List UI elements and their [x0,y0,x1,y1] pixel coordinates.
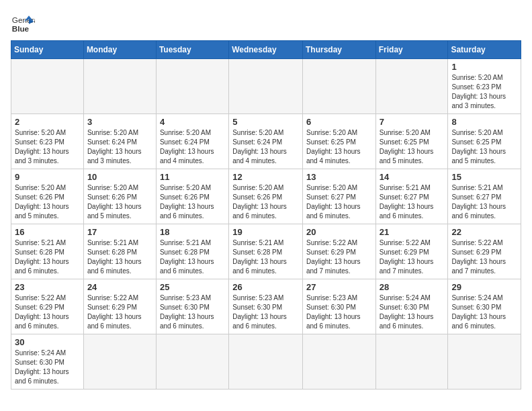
calendar-cell [156,334,228,390]
day-info: Sunrise: 5:20 AM Sunset: 6:26 PM Dayligh… [87,183,152,221]
day-info: Sunrise: 5:21 AM Sunset: 6:28 PM Dayligh… [15,238,80,276]
calendar-cell: 21Sunrise: 5:22 AM Sunset: 6:29 PM Dayli… [375,224,448,279]
calendar-week-2: 2Sunrise: 5:20 AM Sunset: 6:23 PM Daylig… [11,114,521,169]
weekday-header-thursday: Thursday [302,41,375,59]
day-info: Sunrise: 5:20 AM Sunset: 6:26 PM Dayligh… [15,183,80,221]
weekday-header-friday: Friday [375,41,448,59]
calendar-cell: 5Sunrise: 5:20 AM Sunset: 6:24 PM Daylig… [229,114,303,169]
logo: General Blue [11,11,35,35]
day-info: Sunrise: 5:21 AM Sunset: 6:27 PM Dayligh… [451,183,517,221]
calendar-cell: 2Sunrise: 5:20 AM Sunset: 6:23 PM Daylig… [11,114,84,169]
calendar-cell: 26Sunrise: 5:23 AM Sunset: 6:30 PM Dayli… [229,279,303,334]
day-number: 15 [451,172,517,182]
day-info: Sunrise: 5:20 AM Sunset: 6:24 PM Dayligh… [160,128,225,166]
day-number: 7 [380,117,445,127]
day-number: 16 [15,227,80,237]
day-number: 2 [15,117,80,127]
calendar-cell: 23Sunrise: 5:22 AM Sunset: 6:29 PM Dayli… [11,279,84,334]
day-info: Sunrise: 5:23 AM Sunset: 6:30 PM Dayligh… [306,293,372,331]
calendar-cell: 11Sunrise: 5:20 AM Sunset: 6:26 PM Dayli… [156,169,228,224]
day-number: 20 [306,227,372,237]
calendar-cell: 15Sunrise: 5:21 AM Sunset: 6:27 PM Dayli… [448,169,521,224]
day-number: 25 [160,282,225,292]
calendar-cell [83,334,156,390]
calendar-cell: 18Sunrise: 5:21 AM Sunset: 6:28 PM Dayli… [156,224,228,279]
day-number: 3 [87,117,152,127]
calendar-cell: 28Sunrise: 5:24 AM Sunset: 6:30 PM Dayli… [375,279,448,334]
day-number: 27 [306,282,372,292]
weekday-header-monday: Monday [83,41,156,59]
day-info: Sunrise: 5:22 AM Sunset: 6:29 PM Dayligh… [451,238,517,276]
day-info: Sunrise: 5:22 AM Sunset: 6:29 PM Dayligh… [87,293,152,331]
day-number: 10 [87,172,152,182]
day-number: 6 [306,117,372,127]
calendar-cell: 19Sunrise: 5:21 AM Sunset: 6:28 PM Dayli… [229,224,303,279]
calendar-week-3: 9Sunrise: 5:20 AM Sunset: 6:26 PM Daylig… [11,169,521,224]
day-number: 22 [451,227,517,237]
day-number: 17 [87,227,152,237]
calendar-cell [83,59,156,114]
day-info: Sunrise: 5:24 AM Sunset: 6:30 PM Dayligh… [451,293,517,331]
weekday-header-wednesday: Wednesday [229,41,303,59]
calendar-cell: 22Sunrise: 5:22 AM Sunset: 6:29 PM Dayli… [448,224,521,279]
day-info: Sunrise: 5:20 AM Sunset: 6:24 PM Dayligh… [232,128,299,166]
calendar-cell: 14Sunrise: 5:21 AM Sunset: 6:27 PM Dayli… [375,169,448,224]
calendar-cell: 8Sunrise: 5:20 AM Sunset: 6:25 PM Daylig… [448,114,521,169]
weekday-header-tuesday: Tuesday [156,41,228,59]
day-info: Sunrise: 5:22 AM Sunset: 6:29 PM Dayligh… [380,238,445,276]
calendar-cell: 4Sunrise: 5:20 AM Sunset: 6:24 PM Daylig… [156,114,228,169]
calendar-week-4: 16Sunrise: 5:21 AM Sunset: 6:28 PM Dayli… [11,224,521,279]
day-info: Sunrise: 5:20 AM Sunset: 6:26 PM Dayligh… [160,183,225,221]
day-info: Sunrise: 5:20 AM Sunset: 6:23 PM Dayligh… [451,73,517,111]
calendar-cell: 7Sunrise: 5:20 AM Sunset: 6:25 PM Daylig… [375,114,448,169]
calendar-cell: 25Sunrise: 5:23 AM Sunset: 6:30 PM Dayli… [156,279,228,334]
day-number: 5 [232,117,299,127]
calendar-cell: 3Sunrise: 5:20 AM Sunset: 6:24 PM Daylig… [83,114,156,169]
day-info: Sunrise: 5:23 AM Sunset: 6:30 PM Dayligh… [232,293,299,331]
day-number: 19 [232,227,299,237]
day-number: 11 [160,172,225,182]
day-info: Sunrise: 5:20 AM Sunset: 6:26 PM Dayligh… [232,183,299,221]
calendar-cell: 30Sunrise: 5:24 AM Sunset: 6:30 PM Dayli… [11,334,84,390]
calendar-cell: 27Sunrise: 5:23 AM Sunset: 6:30 PM Dayli… [302,279,375,334]
day-number: 1 [451,62,517,72]
svg-text:Blue: Blue [12,24,30,33]
day-number: 23 [15,282,80,292]
calendar-cell: 29Sunrise: 5:24 AM Sunset: 6:30 PM Dayli… [448,279,521,334]
calendar-cell: 16Sunrise: 5:21 AM Sunset: 6:28 PM Dayli… [11,224,84,279]
day-info: Sunrise: 5:20 AM Sunset: 6:25 PM Dayligh… [380,128,445,166]
day-info: Sunrise: 5:20 AM Sunset: 6:23 PM Dayligh… [15,128,80,166]
header: General Blue [11,11,521,35]
calendar-cell: 24Sunrise: 5:22 AM Sunset: 6:29 PM Dayli… [83,279,156,334]
calendar-cell [229,59,303,114]
day-info: Sunrise: 5:24 AM Sunset: 6:30 PM Dayligh… [380,293,445,331]
day-number: 21 [380,227,445,237]
calendar-cell [11,59,84,114]
calendar-cell [375,334,448,390]
day-number: 18 [160,227,225,237]
day-number: 9 [15,172,80,182]
calendar-cell [448,334,521,390]
generalblue-logo-icon: General Blue [11,11,35,35]
day-number: 28 [380,282,445,292]
day-info: Sunrise: 5:21 AM Sunset: 6:28 PM Dayligh… [87,238,152,276]
calendar-week-6: 30Sunrise: 5:24 AM Sunset: 6:30 PM Dayli… [11,334,521,390]
calendar-cell [156,59,228,114]
day-info: Sunrise: 5:21 AM Sunset: 6:28 PM Dayligh… [232,238,299,276]
calendar-cell: 12Sunrise: 5:20 AM Sunset: 6:26 PM Dayli… [229,169,303,224]
day-info: Sunrise: 5:20 AM Sunset: 6:25 PM Dayligh… [451,128,517,166]
day-info: Sunrise: 5:20 AM Sunset: 6:24 PM Dayligh… [87,128,152,166]
day-info: Sunrise: 5:22 AM Sunset: 6:29 PM Dayligh… [15,293,80,331]
calendar-cell: 17Sunrise: 5:21 AM Sunset: 6:28 PM Dayli… [83,224,156,279]
day-number: 4 [160,117,225,127]
day-info: Sunrise: 5:20 AM Sunset: 6:25 PM Dayligh… [306,128,372,166]
calendar-cell [302,59,375,114]
weekday-header-saturday: Saturday [448,41,521,59]
weekday-header-row: SundayMondayTuesdayWednesdayThursdayFrid… [11,41,521,59]
weekday-header-sunday: Sunday [11,41,84,59]
calendar-cell [229,334,303,390]
calendar-cell [302,334,375,390]
day-info: Sunrise: 5:24 AM Sunset: 6:30 PM Dayligh… [15,349,80,386]
day-info: Sunrise: 5:21 AM Sunset: 6:28 PM Dayligh… [160,238,225,276]
calendar-cell: 10Sunrise: 5:20 AM Sunset: 6:26 PM Dayli… [83,169,156,224]
